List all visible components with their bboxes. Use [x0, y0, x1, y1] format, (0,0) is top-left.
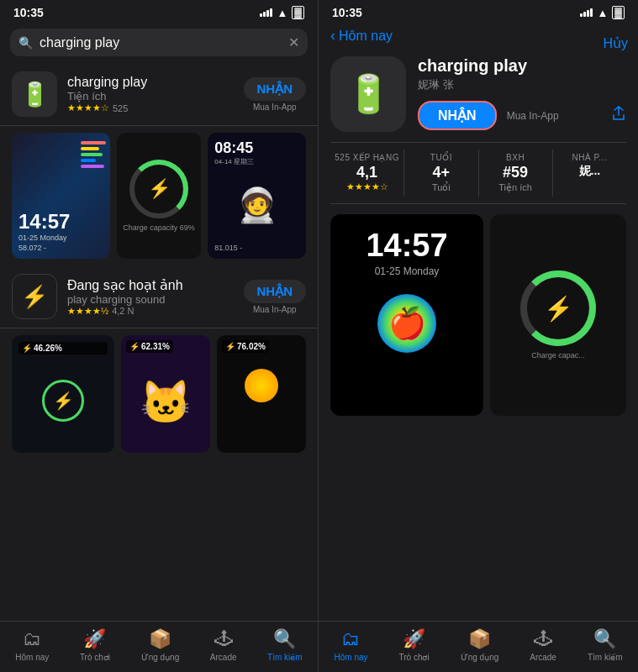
stat-rank-sub: Tiện ích — [498, 182, 532, 193]
dsc1-time: 14:57 — [366, 228, 447, 264]
screenshot-b: ⚡ 62.31% 🐱 — [121, 335, 210, 453]
battery-icon-app: 🔋 — [20, 81, 50, 108]
lightning-badge-icon-b: ⚡ — [129, 342, 140, 351]
right-panel: 10:35 ▲ ▓ ‹ Hôm nay 🔋 charging play 妮琳 张… — [319, 0, 638, 672]
app1-get-button[interactable]: NHẬN — [244, 77, 307, 101]
share-button[interactable] — [611, 106, 626, 125]
arcade-label-left: Arcade — [210, 653, 237, 662]
app-icon-large: 🔋 — [330, 56, 406, 132]
nav-item-tro-choi-left[interactable]: 🚀 Trò chơi — [80, 628, 110, 662]
dsc2-content: ⚡ Charge capac... — [520, 270, 596, 360]
right-bottom-nav: 🗂 Hôm nay 🚀 Trò chơi 📦 Ứng dụng 🕹 Arcade… — [319, 621, 638, 672]
app2-get-button[interactable]: NHẬN — [244, 280, 307, 303]
stat-ratings-label: 525 XẾP HẠNG — [335, 153, 399, 162]
lightning-circle-a: ⚡ — [53, 391, 74, 411]
art-bar-1 — [81, 141, 106, 144]
r-signal-bar-4 — [590, 8, 593, 17]
app1-stars: ★★★★☆ — [67, 102, 109, 113]
percent-badge-b: ⚡ 62.31% — [126, 340, 173, 353]
screenshot-2: ⚡ Charge capacity 69% — [117, 133, 202, 259]
sc1-date: 01-25 Monday — [18, 234, 103, 242]
app2-get-section: NHẬN Mua In-App — [244, 280, 307, 314]
nav-item-tim-kiem-left[interactable]: 🔍 Tìm kiếm — [267, 628, 303, 662]
charge-cap-text: Charge capac... — [531, 351, 585, 360]
nhan-button[interactable]: NHẬN — [418, 101, 497, 130]
app2-info: Đang sạc hoạt ảnh play charging sound ★★… — [67, 277, 234, 317]
ung-dung-label-left: Ứng dụng — [141, 653, 180, 662]
screenshot-grid-1: 14:57 01-25 Monday 58.072 - ⚡ Charge cap… — [0, 126, 318, 265]
back-nav[interactable]: ‹ Hôm nay — [319, 24, 638, 50]
app2-icon: ⚡ — [12, 274, 57, 319]
r-signal-bar-1 — [580, 13, 583, 17]
right-signal-bars — [580, 8, 593, 17]
cat-emoji: 🐱 — [140, 378, 192, 427]
screenshot-3: 08:45 04-14 星期三 🧑‍🚀 81.015 - — [208, 133, 306, 259]
mua-in-app-label: Mua In-App — [507, 110, 559, 122]
r-signal-bar-2 — [583, 12, 586, 17]
arcade-icon-left: 🕹 — [214, 628, 233, 650]
percent-text-b: 62.31% — [141, 342, 170, 351]
stat-age-label: TUỔI — [430, 153, 452, 162]
back-chevron-icon: ‹ — [330, 27, 335, 45]
hom-nay-label-left: Hôm nay — [15, 653, 49, 662]
app2-count: 4,2 N — [112, 306, 134, 316]
sc1-count: 58.072 - — [18, 244, 103, 252]
search-input[interactable]: charging play — [40, 35, 282, 50]
lightning-badge-icon-c: ⚡ — [225, 342, 235, 351]
sc3-date: 04-14 星期三 — [214, 157, 299, 166]
back-label: Hôm nay — [339, 29, 393, 44]
tro-choi-label-right: Trò chơi — [398, 653, 429, 662]
nav-item-tim-kiem-right[interactable]: 🔍 Tìm kiếm — [588, 628, 623, 662]
left-status-icons: ▲ ▓ — [260, 6, 304, 19]
tro-choi-icon-right: 🚀 — [403, 628, 425, 650]
get-nhan-row: NHẬN Mua In-App — [418, 101, 626, 130]
left-panel: 10:35 ▲ ▓ 🔍 charging play ✕ Hủy 🔋 chargi… — [0, 0, 319, 672]
app1-result[interactable]: 🔋 charging play Tiện ích ★★★★☆ 525 NHẬN … — [0, 63, 318, 126]
search-bar[interactable]: 🔍 charging play ✕ — [10, 29, 308, 56]
percent-badge-c: ⚡ 76.02% — [222, 340, 269, 353]
app2-category: play charging sound — [67, 293, 234, 306]
detail-screenshot-1: 14:57 01-25 Monday 🍎 — [330, 214, 483, 416]
screenshot-grid-2: ⚡ 46.26% ⚡ ⚡ 62.31% 🐱 ⚡ 76.02% — [0, 328, 318, 456]
app-detail-name: charging play — [418, 56, 626, 76]
nav-item-tro-choi-right[interactable]: 🚀 Trò chơi — [398, 628, 429, 662]
dsc2-lightning-icon: ⚡ — [544, 295, 573, 323]
charge-text: Charge capacity 69% — [123, 223, 195, 232]
app2-result[interactable]: ⚡ Đang sạc hoạt ảnh play charging sound … — [0, 265, 318, 328]
tim-kiem-icon-right: 🔍 — [593, 628, 616, 650]
signal-bar-3 — [266, 10, 269, 17]
stat-age-value: 4+ — [433, 164, 451, 181]
battery-icon: ▓ — [292, 6, 304, 19]
circle-icon-a: ⚡ — [42, 380, 84, 422]
percent-text-c: 76.02% — [237, 342, 266, 351]
astronaut-icon: 🧑‍🚀 — [236, 186, 278, 225]
hom-nay-icon-left: 🗂 — [23, 628, 41, 650]
stat-ratings-value: 4,1 — [356, 164, 377, 181]
clear-icon[interactable]: ✕ — [288, 34, 299, 50]
nav-item-hom-nay-left[interactable]: 🗂 Hôm nay — [15, 628, 49, 662]
detail-screenshot-2: ⚡ Charge capac... — [490, 214, 626, 416]
stat-age: TUỔI 4+ Tuổi — [404, 150, 478, 197]
dsc2-battery-ring: ⚡ — [520, 270, 596, 346]
app2-sub-label: Mua In-App — [253, 305, 297, 314]
tim-kiem-label-right: Tìm kiếm — [588, 653, 623, 662]
nav-item-arcade-right[interactable]: 🕹 Arcade — [530, 628, 556, 662]
signal-bar-1 — [260, 13, 262, 17]
app2-stars: ★★★★½ — [67, 306, 108, 317]
r-signal-bar-3 — [587, 10, 589, 17]
sc1-time: 14:57 — [18, 210, 103, 234]
app2-name: Đang sạc hoạt ảnh — [67, 277, 234, 293]
signal-bars — [260, 8, 272, 17]
nav-item-ung-dung-right[interactable]: 📦 Ứng dụng — [461, 628, 499, 662]
nav-item-arcade-left[interactable]: 🕹 Arcade — [210, 628, 237, 662]
app1-icon: 🔋 — [12, 71, 57, 117]
ung-dung-icon-left: 📦 — [149, 628, 171, 650]
stat-dev-value: 妮... — [579, 164, 601, 179]
percent-text-a: 46.26% — [34, 344, 62, 353]
detail-screenshots: 14:57 01-25 Monday 🍎 ⚡ Charge capac... — [319, 204, 638, 426]
nav-item-hom-nay-right[interactable]: 🗂 Hôm nay — [334, 628, 367, 662]
lightning-badge-icon-a: ⚡ — [22, 344, 32, 353]
tim-kiem-label-left: Tìm kiếm — [267, 653, 303, 662]
sc3-time: 08:45 — [214, 139, 299, 157]
nav-item-ung-dung-left[interactable]: 📦 Ứng dụng — [141, 628, 180, 662]
